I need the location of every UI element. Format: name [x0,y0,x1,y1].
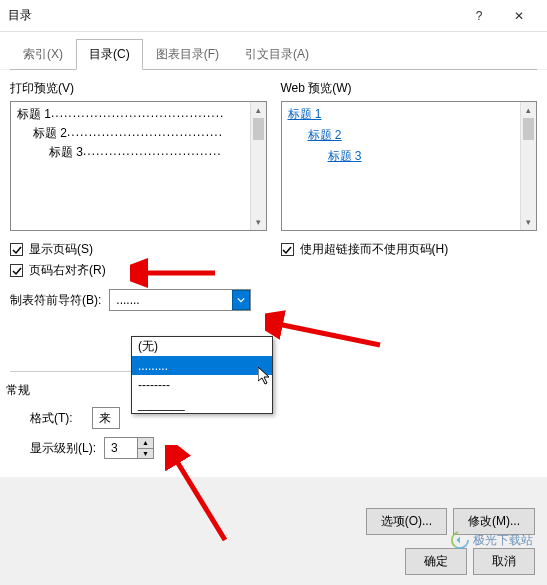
web-preview-label: Web 预览(W) [281,80,538,97]
ok-button[interactable]: 确定 [405,548,467,575]
spinner-down-icon[interactable]: ▼ [138,449,153,459]
scrollbar[interactable]: ▴ ▾ [520,102,536,230]
tab-leader-combo[interactable]: ....... [109,289,251,311]
tab-leader-dropdown[interactable]: (无) ......... -------- _______ [131,336,273,414]
levels-spinner[interactable]: 3 ▲ ▼ [104,437,154,459]
use-hyperlinks-checkbox[interactable] [281,243,294,256]
help-button[interactable]: ? [459,0,499,32]
toc-text: 标题 1 [17,106,51,123]
levels-label: 显示级别(L): [30,440,96,457]
chevron-down-icon[interactable] [232,290,250,310]
watermark: 极光下载站 [451,531,533,549]
show-page-numbers-label: 显示页码(S) [29,241,93,258]
scrollbar[interactable]: ▴ ▾ [250,102,266,230]
format-combo[interactable]: 来 [92,407,120,429]
tab-toc[interactable]: 目录(C) [76,39,143,70]
tab-citations[interactable]: 引文目录(A) [232,39,322,70]
print-preview-box: 标题 1 ...................................… [10,101,267,231]
toc-text: 标题 3 [49,144,83,161]
web-link: 标题 3 [288,148,531,165]
print-preview-label: 打印预览(V) [10,80,267,97]
dropdown-option[interactable]: -------- [132,375,272,394]
dropdown-option[interactable]: _______ [132,394,272,413]
format-label: 格式(T): [30,410,84,427]
cursor-icon [258,367,274,390]
tab-leader-label: 制表符前导符(B): [10,292,101,309]
dropdown-option[interactable]: ......... [132,356,272,375]
logo-icon [451,531,469,549]
tab-index[interactable]: 索引(X) [10,39,76,70]
web-link: 标题 2 [288,127,531,144]
dialog-title: 目录 [8,7,459,24]
cancel-button[interactable]: 取消 [473,548,535,575]
web-link: 标题 1 [288,106,531,123]
show-page-numbers-checkbox[interactable] [10,243,23,256]
web-preview-box: 标题 1 标题 2 标题 3 ▴ ▾ [281,101,538,231]
dropdown-option[interactable]: (无) [132,337,272,356]
options-button[interactable]: 选项(O)... [366,508,447,535]
tab-figures[interactable]: 图表目录(F) [143,39,232,70]
right-align-checkbox[interactable] [10,264,23,277]
toc-text: 标题 2 [33,125,67,142]
use-hyperlinks-label: 使用超链接而不使用页码(H) [300,241,449,258]
close-button[interactable]: ✕ [499,0,539,32]
spinner-up-icon[interactable]: ▲ [138,438,153,449]
right-align-label: 页码右对齐(R) [29,262,106,279]
